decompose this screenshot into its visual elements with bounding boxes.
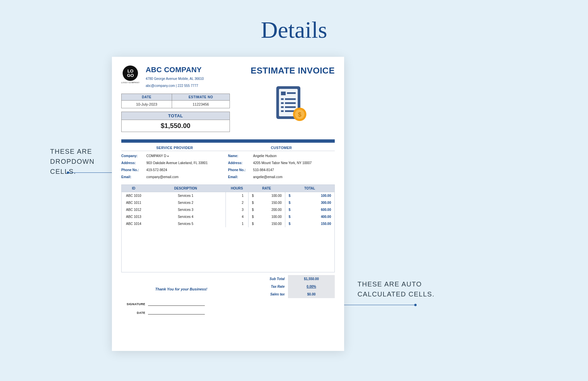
table-row: ABC 1014Services 51$150.00$150.00 — [122, 220, 334, 227]
table-row: ABC 1012Services 33$200.00$600.00 — [122, 206, 334, 213]
customer-column: Name: Angelie Hudson Address: 4205 Mount… — [228, 152, 335, 180]
salestax-label: Sales tax — [241, 290, 288, 298]
cell-description[interactable]: Services 1 — [146, 192, 226, 199]
callout-dot-left — [67, 171, 69, 174]
cell-date[interactable]: 10-July-2023 — [122, 101, 172, 108]
cell-total: $300.00 — [285, 199, 334, 206]
cell-total: $100.00 — [285, 192, 334, 199]
svg-rect-9 — [285, 106, 296, 108]
company-name: ABC COMPANY — [146, 66, 204, 74]
subtotal-value: $1,550.00 — [288, 275, 335, 283]
date-line[interactable] — [148, 314, 205, 314]
svg-rect-6 — [281, 102, 284, 104]
provider-email[interactable]: company@email.com — [146, 175, 228, 179]
provider-company-dropdown[interactable]: COMPANY D▾ — [146, 154, 228, 158]
document-title: ESTIMATE INVOICE — [251, 66, 335, 76]
col-rate: RATE — [248, 185, 285, 192]
svg-text:$: $ — [298, 111, 301, 118]
logo-subtext: LOGO COMPANY — [121, 82, 140, 84]
customer-name-label: Name: — [228, 154, 253, 158]
provider-address[interactable]: 903 Oakdale Avenue Lakeland, FL 33801 — [146, 161, 228, 165]
table-row: ABC 1010Services 11$100.00$100.00 — [122, 192, 334, 199]
col-id: ID — [122, 185, 146, 192]
company-contact: abc@company.com | 222 555 7777 — [146, 83, 204, 88]
cell-total: $400.00 — [285, 213, 334, 220]
cell-id[interactable]: ABC 1011 — [122, 199, 146, 206]
taxrate-label: Tax Rate — [241, 283, 288, 290]
chevron-down-icon: ▾ — [167, 155, 169, 158]
col-hours: HOURS — [226, 185, 248, 192]
svg-rect-2 — [281, 92, 286, 95]
signature-label: SIGNATURE — [121, 302, 148, 306]
salestax-value: $0.00 — [288, 290, 335, 298]
heading-customer: CUSTOMER — [228, 144, 335, 151]
invoice-sheet: LOGO LOGO COMPANY ABC COMPANY 4780 Georg… — [112, 57, 344, 351]
cell-hours[interactable]: 4 — [226, 213, 248, 220]
customer-phone-label: Phone No.: — [228, 168, 253, 172]
col-date: DATE — [122, 94, 172, 101]
cell-hours[interactable]: 1 — [226, 220, 248, 227]
svg-rect-10 — [281, 110, 284, 112]
provider-phone-label: Phone No.: — [121, 168, 146, 172]
subtotal-label: Sub Total — [241, 275, 288, 283]
date-estimate-table: DATE ESTIMATE NO 10-July-2023 11223456 — [121, 94, 230, 108]
date-label: DATE — [121, 311, 148, 314]
cell-total: $150.00 — [285, 220, 334, 227]
taxrate-value[interactable]: 0.00% — [288, 283, 335, 290]
cell-description[interactable]: Services 4 — [146, 213, 226, 220]
svg-rect-8 — [281, 106, 284, 108]
logo: LOGO LOGO COMPANY — [121, 66, 140, 88]
col-description: DESCRIPTION — [146, 185, 226, 192]
svg-rect-4 — [281, 98, 284, 100]
annotation-autocalc: THESE ARE AUTOCALCULATED CELLS. — [357, 279, 435, 299]
provider-column: Company: COMPANY D▾ Address: 903 Oakdale… — [121, 152, 228, 180]
svg-rect-3 — [287, 92, 296, 94]
customer-address-label: Address: — [228, 161, 253, 165]
cell-rate[interactable]: $150.00 — [248, 199, 285, 206]
annotation-dropdown: THESE AREDROPDOWNCELLS. — [50, 146, 95, 176]
cell-hours[interactable]: 3 — [226, 206, 248, 213]
cell-id[interactable]: ABC 1013 — [122, 213, 146, 220]
cell-estimate-no[interactable]: 11223456 — [172, 101, 230, 108]
page-title: Details — [0, 0, 588, 43]
total-label: TOTAL — [122, 112, 230, 120]
cell-hours[interactable]: 2 — [226, 199, 248, 206]
invoice-icon: $ — [272, 84, 309, 125]
signature-line[interactable] — [148, 305, 205, 306]
table-row: ABC 1013Services 44$100.00$400.00 — [122, 213, 334, 220]
cell-id[interactable]: ABC 1014 — [122, 220, 146, 227]
provider-address-label: Address: — [121, 161, 146, 165]
customer-name[interactable]: Angelie Hudson — [253, 154, 335, 158]
provider-company-label: Company: — [121, 154, 146, 158]
cell-id[interactable]: ABC 1010 — [122, 192, 146, 199]
cell-description[interactable]: Services 5 — [146, 220, 226, 227]
provider-phone[interactable]: 419-572-9824 — [146, 168, 228, 172]
customer-phone[interactable]: 510-984-8147 — [253, 168, 335, 172]
section-divider — [121, 139, 335, 143]
total-value: $1,550.00 — [122, 120, 230, 132]
cell-rate[interactable]: $100.00 — [248, 213, 285, 220]
cell-id[interactable]: ABC 1012 — [122, 206, 146, 213]
summary-block: Sub Total $1,550.00 Tax Rate 0.00% Sales… — [241, 275, 335, 320]
col-estimate-no: ESTIMATE NO — [172, 94, 230, 101]
cell-rate[interactable]: $200.00 — [248, 206, 285, 213]
customer-email[interactable]: angelie@email.com — [253, 175, 335, 179]
heading-service-provider: SERVICE PROVIDER — [121, 144, 228, 151]
cell-rate[interactable]: $150.00 — [248, 220, 285, 227]
line-items-table: ID DESCRIPTION HOURS RATE TOTAL ABC 1010… — [121, 184, 335, 272]
cell-hours[interactable]: 1 — [226, 192, 248, 199]
customer-address[interactable]: 4205 Mount Tabor New York, NY 10007 — [253, 161, 335, 165]
cell-rate[interactable]: $100.00 — [248, 192, 285, 199]
svg-rect-7 — [285, 102, 296, 104]
company-address: 4780 George Avenue Mobile, AL 36610 — [146, 76, 204, 81]
col-total: TOTAL — [285, 185, 334, 192]
customer-email-label: Email: — [228, 175, 253, 179]
logo-circle: LOGO — [123, 66, 138, 81]
provider-email-label: Email: — [121, 175, 146, 179]
cell-total: $600.00 — [285, 206, 334, 213]
cell-description[interactable]: Services 3 — [146, 206, 226, 213]
thank-you-text: Thank You for your Business! — [121, 287, 241, 291]
callout-dot-right — [414, 304, 417, 306]
cell-description[interactable]: Services 2 — [146, 199, 226, 206]
svg-rect-5 — [285, 98, 296, 100]
